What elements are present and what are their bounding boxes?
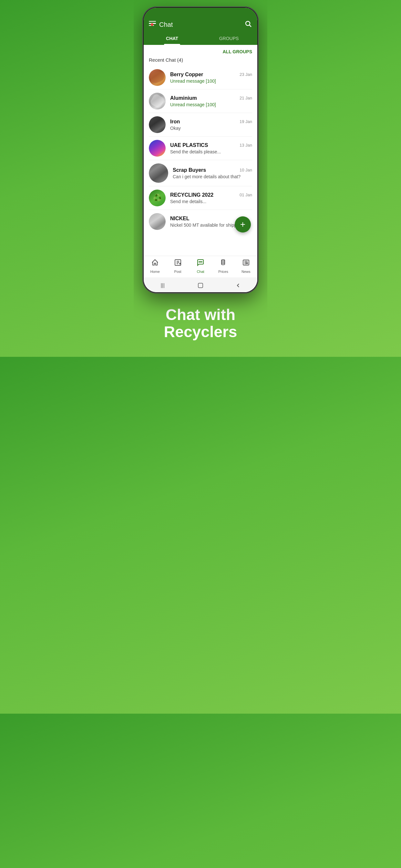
promo-section: Chat with Recyclers [134,293,267,357]
all-groups-button[interactable]: ALL GROUPS [222,49,252,54]
avatar-recycling: ♻️ [149,190,166,206]
tab-bar: CHAT GROUPS [144,33,257,45]
post-icon [174,259,182,268]
chat-name: Scrap Buyers [173,167,206,173]
avatar-nickel [149,213,166,230]
chat-info-iron: Iron 19 Jan Okay [170,119,252,131]
svg-point-4 [199,261,199,262]
system-home-button[interactable] [197,282,204,289]
chat-name-row: Scrap Buyers 10 Jan [173,167,252,173]
chat-message: Unread message [100] [170,102,252,107]
search-button[interactable] [244,20,252,29]
svg-point-6 [221,259,225,261]
nav-item-chat[interactable]: Chat [189,259,212,274]
fab-add-button[interactable]: + [235,216,251,232]
section-title: Recent Chat (4) [144,56,257,66]
chat-item-uae-plastics[interactable]: UAE PLASTICS 13 Jan Send the details ple… [149,136,252,160]
home-icon [151,259,159,268]
promo-title: Chat with Recyclers [143,306,258,341]
content-wrapper: ALL GROUPS Recent Chat (4) Berry Copper [144,45,257,256]
system-menu-button[interactable]: ||| [159,282,166,289]
chat-info-recycling: RECYCLING 2022 01 Jan Send me details... [170,192,252,204]
chat-date: 10 Jan [240,167,252,173]
chat-name: NICKEL [170,216,189,221]
avatar-uae-plastics [149,140,166,157]
prices-icon [219,259,227,268]
avatar-berry-copper [149,69,166,86]
chat-name: UAE PLASTICS [170,143,208,148]
chat-message: Unread message [100] [170,79,252,84]
chat-name-row: UAE PLASTICS 13 Jan [170,143,252,148]
chat-name-row: Iron 19 Jan [170,119,252,125]
svg-line-1 [250,25,251,27]
bottom-nav: Home Post [144,256,257,277]
chat-info-berry-copper: Berry Copper 23 Jan Unread message [100] [170,72,252,84]
chat-message: Okay [170,126,252,131]
chat-info-scrap-buyers: Scrap Buyers 10 Jan Can i get more detai… [173,167,252,179]
chat-message: Send me details... [170,199,252,204]
chat-info-uae-plastics: UAE PLASTICS 13 Jan Send the details ple… [170,143,252,154]
nav-label-home: Home [150,270,160,274]
chat-name: RECYCLING 2022 [170,192,213,198]
status-bar [144,8,257,18]
system-nav: ||| [144,277,257,292]
chat-name: Iron [170,119,180,125]
nav-item-prices[interactable]: Prices [212,259,235,274]
chat-date: 23 Jan [240,72,252,77]
nav-item-post[interactable]: Post [166,259,189,274]
chat-date: 21 Jan [240,96,252,100]
chat-item-recycling[interactable]: ♻️ RECYCLING 2022 01 Jan Send me details… [149,186,252,210]
system-back-button[interactable] [235,282,242,289]
nav-label-post: Post [174,270,181,274]
svg-rect-9 [198,283,203,288]
avatar-aluminium [149,93,166,110]
phone-screen: Chat CHAT GROUPS ALL GROUPS [144,8,257,292]
nav-label-prices: Prices [218,270,228,274]
header-left: Chat [149,21,173,29]
news-icon [242,259,250,268]
phone-frame: Chat CHAT GROUPS ALL GROUPS [143,6,258,293]
nav-label-news: News [242,270,251,274]
chat-list: Berry Copper 23 Jan Unread message [100] [144,66,257,233]
chat-name-row: Berry Copper 23 Jan [170,72,252,78]
chat-date: 13 Jan [240,143,252,148]
nav-item-home[interactable]: Home [144,259,166,274]
all-groups-section: ALL GROUPS [144,45,257,56]
chat-name: Aluminium [170,95,197,101]
svg-point-3 [200,261,201,262]
header-title: Chat [159,21,173,28]
svg-point-0 [246,21,250,26]
nav-label-chat: Chat [197,270,204,274]
chat-date: 19 Jan [240,119,252,124]
app-header: Chat [144,18,257,33]
tab-groups[interactable]: GROUPS [201,33,257,45]
avatar-scrap-buyers [149,163,168,183]
nav-item-news[interactable]: News [235,259,257,274]
svg-point-5 [202,261,202,262]
chat-message: Send the details please... [170,149,252,154]
chat-item-berry-copper[interactable]: Berry Copper 23 Jan Unread message [100] [149,66,252,89]
svg-rect-8 [246,262,248,264]
chat-message: Can i get more details about that? [173,174,252,179]
chat-name-row: RECYCLING 2022 01 Jan [170,192,252,198]
chat-item-iron[interactable]: Iron 19 Jan Okay [149,113,252,136]
chat-icon [197,259,204,268]
avatar-iron [149,116,166,133]
menu-button[interactable] [149,21,156,29]
chat-info-aluminium: Aluminium 21 Jan Unread message [100] [170,95,252,107]
chat-name-row: Aluminium 21 Jan [170,95,252,101]
chat-name: Berry Copper [170,72,203,78]
chat-date: 01 Jan [240,192,252,197]
chat-item-scrap-buyers[interactable]: Scrap Buyers 10 Jan Can i get more detai… [149,160,252,186]
chat-item-aluminium[interactable]: Aluminium 21 Jan Unread message [100] [149,89,252,113]
tab-chat[interactable]: CHAT [144,33,201,45]
